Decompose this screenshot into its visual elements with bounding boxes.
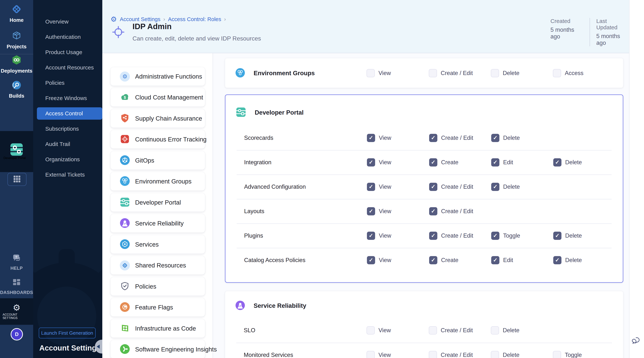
sidebar-item-product-usage[interactable]: Product Usage	[33, 46, 102, 58]
view-checkbox[interactable]: ✓	[367, 158, 375, 166]
view-checkbox[interactable]: ✓	[367, 183, 375, 191]
resource-card-cloud-cost-management[interactable]: $ Cloud Cost Management	[110, 88, 205, 107]
resource-card-services[interactable]: Services	[110, 235, 205, 254]
delete-checkbox[interactable]: ✓	[491, 134, 500, 142]
toggle-checkbox[interactable]: ✓	[491, 232, 500, 240]
resource-card-gitops[interactable]: GitOps	[110, 151, 205, 170]
delete-checkbox[interactable]: ✓	[491, 69, 499, 77]
resource-card-infrastructure-as-code[interactable]: Infrastructure as Code	[110, 319, 205, 338]
rail-item-deployments[interactable]: Deployments	[0, 55, 33, 74]
delete-checkbox[interactable]: ✓	[553, 158, 562, 166]
support-chat-icon[interactable]	[631, 336, 642, 347]
sidebar-item-label: Organizations	[45, 156, 80, 162]
create-checkbox[interactable]: ✓	[429, 158, 437, 166]
section-title: Service Reliability	[254, 302, 306, 309]
rail-label: Builds	[9, 93, 24, 99]
resource-card-continuous-error-tracking[interactable]: Continuous Error Tracking	[110, 130, 205, 148]
create-edit-checkbox[interactable]: ✓	[429, 351, 437, 358]
sidebar-item-label: Access Control	[45, 110, 83, 117]
toggle-checkbox[interactable]: ✓	[553, 351, 561, 358]
created-block: Created 5 months ago	[550, 18, 583, 46]
resource-card-feature-flags[interactable]: Feature Flags	[110, 298, 205, 316]
resource-card-policies[interactable]: Policies	[110, 277, 205, 296]
sidebar-item-label: Overview	[45, 19, 68, 25]
check-icon: ✓	[555, 257, 560, 263]
sidebar-item-freeze-windows[interactable]: Freeze Windows	[33, 92, 102, 104]
section-title: Environment Groups	[254, 70, 315, 77]
delete-checkbox[interactable]: ✓	[491, 183, 500, 191]
resource-card-administrative-functions[interactable]: ⚙ Administrative Functions	[110, 67, 205, 86]
page-subtitle: Can create, edit, delete and view IDP Re…	[132, 35, 261, 42]
rail-item-home[interactable]: Home	[0, 4, 33, 23]
create-edit-checkbox[interactable]: ✓	[429, 207, 437, 215]
target-square-icon	[120, 134, 130, 145]
delete-checkbox[interactable]: ✓	[491, 351, 499, 358]
delete-checkbox[interactable]: ✓	[553, 232, 562, 240]
rail-item-developer-portal[interactable]: Developer Portal	[0, 131, 33, 172]
harness-logo-icon	[11, 4, 22, 15]
sidebar-item-organizations[interactable]: Organizations	[33, 153, 102, 165]
permission-view: ✓ View	[366, 69, 391, 77]
created-value: 5 months ago	[550, 27, 583, 40]
resource-card-environment-groups[interactable]: Environment Groups	[110, 172, 205, 191]
rail-label: Deployments	[1, 68, 32, 74]
access-checkbox[interactable]: ✓	[553, 69, 561, 77]
view-checkbox[interactable]: ✓	[367, 256, 375, 264]
resource-card-shared-resources[interactable]: Shared Resources	[110, 256, 205, 275]
view-checkbox[interactable]: ✓	[366, 351, 375, 358]
modules-grid-button[interactable]	[8, 173, 26, 186]
view-checkbox[interactable]: ✓	[366, 69, 375, 77]
user-avatar[interactable]: D	[10, 328, 23, 340]
edit-checkbox[interactable]: ✓	[491, 158, 500, 166]
sidebar-item-label: External Tickets	[45, 171, 85, 178]
section-header: Service Reliability	[235, 300, 306, 311]
launch-first-generation-button[interactable]: Launch First Generation	[39, 327, 96, 338]
create-edit-checkbox[interactable]: ✓	[429, 134, 437, 142]
resource-card-service-reliability[interactable]: Service Reliability	[110, 214, 205, 233]
sidebar-item-access-control[interactable]: Access Control	[37, 107, 102, 120]
sidebar-item-subscriptions[interactable]: Subscriptions	[33, 123, 102, 135]
create-edit-checkbox[interactable]: ✓	[429, 326, 437, 334]
sidebar-item-authentication[interactable]: Authentication	[33, 31, 102, 43]
rail-item-projects[interactable]: Projects	[0, 31, 33, 50]
resource-card-developer-portal[interactable]: Developer Portal	[110, 193, 205, 212]
sidebar-item-overview[interactable]: Overview	[33, 16, 102, 28]
rail-item-dashboards[interactable]: DASHBOARDS	[0, 278, 33, 295]
last-updated-value: 5 months ago	[596, 33, 629, 46]
grid-icon	[13, 175, 21, 184]
check-icon: ✓	[493, 159, 498, 165]
sidebar-item-policies[interactable]: Policies	[33, 77, 102, 89]
rail-item-builds[interactable]: Builds	[0, 80, 33, 99]
resource-card-software-engineering-insights[interactable]: Software Engineering Insights	[110, 340, 205, 358]
collapse-arrow-icon	[97, 344, 100, 349]
rail-label: HELP	[10, 265, 23, 271]
last-updated-label: Last Updated	[596, 18, 629, 31]
rail-item-help[interactable]: ? HELP	[0, 253, 33, 271]
permission-row-plugins: Plugins ✓ View ✓ Create / Edit ✓ Toggle …	[226, 223, 623, 248]
developer-portal-icon	[120, 197, 130, 208]
breadcrumb-access-control-roles[interactable]: Access Control: Roles	[168, 16, 221, 22]
delete-checkbox[interactable]: ✓	[553, 256, 562, 264]
create-edit-checkbox[interactable]: ✓	[429, 69, 437, 77]
view-checkbox[interactable]: ✓	[367, 232, 375, 240]
app-window: Home Projects Deployments Builds Develo	[0, 0, 644, 358]
view-checkbox[interactable]: ✓	[366, 326, 375, 334]
resource-card-supply-chain-assurance[interactable]: Supply Chain Assurance	[110, 109, 205, 128]
sidebar-item-account-resources[interactable]: Account Resources	[33, 61, 102, 74]
create-edit-checkbox[interactable]: ✓	[429, 232, 437, 240]
dashboards-grid-icon	[12, 278, 21, 288]
permission-delete: ✓ Delete	[491, 134, 520, 142]
edit-checkbox[interactable]: ✓	[491, 256, 500, 264]
propeller-icon	[120, 344, 130, 355]
sidebar-item-audit-trail[interactable]: Audit Trail	[33, 138, 102, 150]
breadcrumb-account-settings[interactable]: Account Settings	[120, 16, 160, 22]
rail-label: Home	[10, 17, 24, 23]
sidebar-item-external-tickets[interactable]: External Tickets	[33, 168, 102, 181]
view-checkbox[interactable]: ✓	[367, 134, 375, 142]
create-checkbox[interactable]: ✓	[429, 256, 437, 264]
view-checkbox[interactable]: ✓	[367, 207, 375, 215]
delete-checkbox[interactable]: ✓	[491, 326, 499, 334]
check-icon: ✓	[493, 233, 498, 238]
create-edit-checkbox[interactable]: ✓	[429, 183, 437, 191]
rail-item-account-settings[interactable]: ⚙ ACCOUNT SETTINGS	[0, 298, 33, 325]
